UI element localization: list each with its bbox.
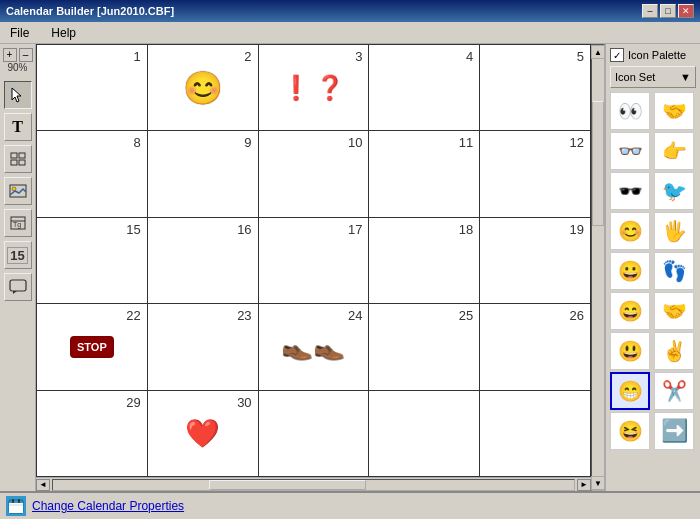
icon-palette-header: ✓ Icon Palette: [610, 48, 696, 62]
text-tool-button[interactable]: T: [4, 113, 32, 141]
arrow-icon: ➡️: [661, 418, 688, 444]
calendar-cell-12[interactable]: 12: [480, 131, 591, 217]
calendar-cell-4[interactable]: 4: [369, 45, 480, 131]
scissors-icon: ✂️: [662, 379, 687, 403]
zoom-control: + – 90%: [3, 48, 33, 73]
calendar-cell-blank3[interactable]: [480, 391, 591, 477]
question-icon: ❓: [315, 74, 345, 102]
grid-icon: [10, 152, 26, 166]
calendar-cell-2[interactable]: 2 😊: [148, 45, 259, 131]
svg-rect-13: [9, 503, 23, 513]
calendar-cell-9[interactable]: 9: [148, 131, 259, 217]
calendar-cell-11[interactable]: 11: [369, 131, 480, 217]
close-button[interactable]: ✕: [678, 4, 694, 18]
calendar-cell-3[interactable]: 3 ❗ ❓: [259, 45, 370, 131]
cell-number-4: 4: [466, 49, 473, 64]
palette-cell-sunglasses[interactable]: 🕶️: [610, 172, 650, 210]
calendar-cell-10[interactable]: 10: [259, 131, 370, 217]
palette-cell-bird[interactable]: 🐦: [654, 172, 694, 210]
icon-palette-checkbox[interactable]: ✓: [610, 48, 624, 62]
palette-cell-hand[interactable]: 🖐️: [654, 212, 694, 250]
palette-cell-smile3[interactable]: 😃: [610, 332, 650, 370]
zoom-out-button[interactable]: –: [19, 48, 33, 62]
cell-number-1: 1: [134, 49, 141, 64]
icon-set-button[interactable]: Icon Set ▼: [610, 66, 696, 88]
scroll-thumb-h[interactable]: [209, 480, 365, 490]
calendar-cell-5[interactable]: 5: [480, 45, 591, 131]
palette-cell-scissors[interactable]: ✂️: [654, 372, 694, 410]
zoom-buttons: + –: [3, 48, 33, 62]
palette-cell-smile2[interactable]: 😄: [610, 292, 650, 330]
scroll-track-h[interactable]: [52, 479, 575, 491]
select-tool-button[interactable]: [4, 81, 32, 109]
calendar-cell-1[interactable]: 1: [37, 45, 148, 131]
menu-bar: File Help: [0, 22, 700, 44]
icon-set-label: Icon Set: [615, 71, 655, 83]
minimize-button[interactable]: –: [642, 4, 658, 18]
handshake-icon: 🤝: [662, 99, 687, 123]
calendar-cell-19[interactable]: 19: [480, 218, 591, 304]
scroll-right-button[interactable]: ►: [577, 479, 591, 491]
palette-cell-handshake[interactable]: 🤝: [654, 92, 694, 130]
menu-file[interactable]: File: [4, 24, 35, 42]
calendar-cell-22[interactable]: 22 STOP: [37, 304, 148, 390]
palette-cell-smile[interactable]: 😊: [610, 212, 650, 250]
calendar-cell-16[interactable]: 16: [148, 218, 259, 304]
calendar-cell-15[interactable]: 15: [37, 218, 148, 304]
scroll-up-button[interactable]: ▲: [591, 45, 605, 59]
calendar-cell-blank1[interactable]: [259, 391, 370, 477]
calendar-cell-25[interactable]: 25: [369, 304, 480, 390]
scroll-down-button[interactable]: ▼: [591, 476, 605, 490]
maximize-button[interactable]: □: [660, 4, 676, 18]
cell-number-29: 29: [126, 395, 140, 410]
calendar-cell-24[interactable]: 24 👞👞: [259, 304, 370, 390]
palette-cell-handshake2[interactable]: 🤝: [654, 292, 694, 330]
footprints-icon: 👣: [662, 259, 687, 283]
zoom-in-button[interactable]: +: [3, 48, 17, 62]
image-tool-button[interactable]: [4, 177, 32, 205]
calendar-cell-18[interactable]: 18: [369, 218, 480, 304]
cell-number-9: 9: [244, 135, 251, 150]
palette-cell-glasses[interactable]: 👓: [610, 132, 650, 170]
heart-icon: ❤️: [185, 417, 220, 450]
palette-cell-grin[interactable]: 😀: [610, 252, 650, 290]
scroll-track-v[interactable]: [592, 59, 604, 476]
cell-number-12: 12: [570, 135, 584, 150]
palette-cell-eyes[interactable]: 👀: [610, 92, 650, 130]
palette-cell-footprints[interactable]: 👣: [654, 252, 694, 290]
palette-cell-arrow[interactable]: ➡️: [654, 412, 694, 450]
palette-cell-grin2[interactable]: 😆: [610, 412, 650, 450]
window-title: Calendar Builder [Jun2010.CBF]: [6, 5, 174, 17]
calendar-cell-26[interactable]: 26: [480, 304, 591, 390]
cell-number-17: 17: [348, 222, 362, 237]
cell-number-8: 8: [134, 135, 141, 150]
calendar-cell-29[interactable]: 29: [37, 391, 148, 477]
calendar-cell-17[interactable]: 17: [259, 218, 370, 304]
palette-cell-pointing[interactable]: 👉: [654, 132, 694, 170]
menu-help[interactable]: Help: [45, 24, 82, 42]
palette-cell-beam[interactable]: 😁: [610, 372, 650, 410]
cell-number-19: 19: [570, 222, 584, 237]
calendar-cell-23[interactable]: 23: [148, 304, 259, 390]
change-calendar-properties-link[interactable]: Change Calendar Properties: [32, 499, 184, 513]
calendar-cell-30[interactable]: 30 ❤️: [148, 391, 259, 477]
scroll-thumb-v[interactable]: [592, 101, 604, 226]
bird-icon: 🐦: [662, 179, 687, 203]
calendar-cell-8[interactable]: 8: [37, 131, 148, 217]
properties-tool-button[interactable]: Tg: [4, 209, 32, 237]
number-tool-button[interactable]: 15: [4, 241, 32, 269]
scroll-left-button[interactable]: ◄: [36, 479, 50, 491]
shoes-icon: 👞👞: [281, 331, 345, 362]
grid-tool-button[interactable]: [4, 145, 32, 173]
svg-rect-14: [12, 499, 14, 503]
comment-icon: [9, 279, 27, 295]
cell-number-18: 18: [459, 222, 473, 237]
calendar-cell-blank2[interactable]: [369, 391, 480, 477]
cell-number-16: 16: [237, 222, 251, 237]
cursor-icon: [10, 87, 26, 103]
comment-tool-button[interactable]: [4, 273, 32, 301]
palette-cell-victory[interactable]: ✌️: [654, 332, 694, 370]
grin-icon: 😀: [618, 259, 643, 283]
horizontal-scrollbar: ◄ ►: [36, 477, 591, 491]
svg-text:Tg: Tg: [13, 221, 21, 229]
